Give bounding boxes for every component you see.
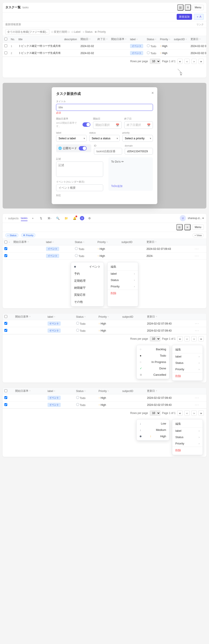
sec2-col-label[interactable]: label ÷ — [44, 239, 73, 246]
sec3-col-status[interactable]: Status ÷ — [74, 314, 97, 320]
nav-sort-icon[interactable]: ⇅ — [38, 215, 44, 221]
sec3-page-last[interactable]: » — [198, 336, 204, 342]
start-base-toggle[interactable] — [83, 122, 90, 127]
start-date-picker[interactable]: 開始日選択 📅 — [93, 121, 122, 129]
sec3-col-label[interactable]: label ÷ — [46, 314, 74, 320]
status-filter[interactable]: ○ Status — [83, 30, 93, 34]
page-prev-btn[interactable]: ‹ — [184, 59, 190, 64]
grid-view-btn[interactable]: ⊞ — [177, 4, 183, 10]
date-range-filter[interactable]: □ 変更行期間 □ — [52, 30, 70, 34]
sec2-col-priority[interactable]: Priority ÷ — [96, 239, 120, 246]
label-submenu-item-other[interactable]: その他 — [71, 298, 104, 306]
status-todo-item[interactable]: ● Todo — [137, 352, 169, 359]
sec3-page-first[interactable]: « — [177, 336, 183, 342]
ctx4-delete-btn[interactable]: 削除 — [172, 447, 203, 454]
menu-btn[interactable]: Menu — [192, 5, 204, 10]
ctx4-status-btn[interactable]: Status › — [172, 434, 203, 440]
col-end[interactable]: 終了日 ÷ — [96, 36, 109, 43]
label-submenu-item-deadline[interactable]: 納期厳守 — [71, 284, 104, 291]
search-input[interactable] — [5, 29, 49, 34]
ctx3-edit-btn[interactable]: 編集 — [172, 346, 203, 353]
view-btn[interactable]: ≈ View — [192, 233, 204, 237]
user-avatar[interactable]: U — [180, 215, 186, 221]
section2-menu-btn[interactable]: Menu — [192, 224, 204, 230]
event-field[interactable] — [56, 184, 103, 191]
context-delete-btn[interactable]: 削除 — [108, 290, 138, 297]
label-filter[interactable]: □ Label — [72, 30, 81, 34]
rows-per-page-select[interactable]: 10 25 50 — [150, 59, 160, 64]
list-btn[interactable]: ≡ — [184, 224, 190, 230]
sec2-row1-checkbox[interactable] — [3, 246, 12, 252]
status-chip[interactable]: ○ Status — [5, 233, 19, 237]
label-submenu-item-reservation[interactable]: 予約 — [71, 270, 104, 277]
sec2-col-status[interactable]: Status ÷ — [73, 239, 96, 246]
row-checkbox-cell[interactable] — [3, 43, 9, 50]
sec3-select-all[interactable] — [5, 315, 7, 318]
ctx4-edit-btn[interactable]: 編集 — [172, 420, 203, 427]
row-2-checkbox[interactable] — [5, 52, 7, 54]
sec2-row1-menu[interactable]: ··· — [193, 246, 206, 252]
col-label[interactable]: label ÷ — [128, 36, 145, 43]
priority-chip[interactable]: ⊕ Priority — [21, 233, 36, 237]
page-last-btn[interactable]: » — [198, 59, 204, 64]
context-edit-btn[interactable]: 編集 — [108, 263, 138, 270]
nav-add-btn[interactable]: + — [30, 215, 36, 221]
public-mode-toggle[interactable] — [79, 146, 87, 150]
domain-field[interactable] — [125, 148, 153, 155]
ctx4-priority-btn[interactable]: Priority › — [172, 440, 203, 447]
page-first-btn[interactable]: « — [177, 59, 183, 64]
ctx4-label-btn[interactable]: label › — [172, 428, 203, 434]
priority-low-item[interactable]: ↓ Low — [137, 420, 169, 427]
nav-folder-icon[interactable]: 📁 — [63, 215, 69, 221]
status-done-item[interactable]: ✓ Done — [137, 365, 169, 372]
status-select[interactable]: Select a status — [89, 135, 120, 142]
status-cancelled-item[interactable]: ⊗ Cancelled — [137, 372, 169, 378]
sec4-page-next[interactable]: › — [191, 410, 197, 416]
priority-high-item[interactable]: ↑ High — [137, 433, 169, 440]
priority-filter[interactable]: ⊕ Priority — [95, 30, 106, 34]
ctx3-priority-btn[interactable]: Priority › — [172, 366, 203, 372]
ctx3-label-btn[interactable]: label › — [172, 353, 203, 360]
sec2-col-updated[interactable]: 更新日 ÷ — [145, 239, 193, 246]
priority-medium-item[interactable]: ↓ Medium — [137, 427, 169, 433]
sec3-page-next[interactable]: › — [191, 336, 197, 342]
sec4-col-updated[interactable]: 更新日 ÷ — [145, 388, 193, 394]
sec2-row2-menu[interactable]: ··· — [193, 252, 206, 260]
nav-tab-tasks[interactable]: tasks — [21, 216, 28, 221]
sec4-page-prev[interactable]: ‹ — [184, 410, 190, 416]
sec3-rows-select[interactable]: 10 — [150, 336, 160, 342]
context-label-btn[interactable]: label › — [108, 270, 138, 277]
todo-add-btn[interactable]: ToDo追加 — [111, 184, 150, 188]
col-updated[interactable]: 更新日 ÷ — [189, 36, 206, 43]
sec2-row2-checkbox[interactable] — [3, 252, 12, 260]
context-priority-btn[interactable]: Priority › — [108, 283, 138, 290]
label-submenu-item-qa[interactable]: 質疑応答 — [71, 291, 104, 298]
col-start[interactable]: 開始日 ÷ — [79, 36, 96, 43]
col-subject-id[interactable]: subjectID ÷ — [172, 36, 189, 43]
col-status[interactable]: Status ÷ — [145, 36, 158, 43]
modal-close-btn[interactable]: × — [151, 91, 154, 95]
sec4-col-label[interactable]: label ÷ — [46, 388, 74, 394]
row-checkbox-cell[interactable] — [3, 50, 9, 57]
new-task-btn[interactable]: 新規追加 — [177, 14, 192, 20]
sec4-col-start-base[interactable]: 開始日基準 ÷ — [14, 388, 46, 394]
sec4-col-status[interactable]: Status ÷ — [74, 388, 97, 394]
context-status-btn[interactable]: Status › — [108, 277, 138, 283]
nav-tab-subjects[interactable]: subjects — [8, 216, 19, 221]
status-inprogress-item[interactable]: ○ In Progress — [137, 359, 169, 365]
sec4-page-first[interactable]: « — [177, 410, 183, 416]
sec3-page-prev[interactable]: ‹ — [184, 336, 190, 342]
ctx3-status-btn[interactable]: Status › — [172, 360, 203, 366]
page-next-btn[interactable]: › — [191, 59, 197, 64]
status-backlog-item[interactable]: ○ Backlog — [137, 346, 169, 352]
sec4-rows-select[interactable]: 10 — [150, 410, 160, 416]
update-label-btn[interactable]: ＋ A — [194, 14, 204, 20]
label-submenu-item-event[interactable]: イベント — [71, 263, 104, 270]
sec4-select-all[interactable] — [5, 389, 7, 392]
col-priority[interactable]: Priority ÷ — [158, 36, 172, 43]
refresh-label[interactable]: 最新情報更新 — [5, 23, 21, 26]
grid-btn[interactable]: ⊞ — [176, 224, 183, 230]
id-field[interactable] — [94, 148, 122, 155]
sec4-col-priority[interactable]: Priority ÷ — [97, 388, 121, 394]
row-1-checkbox[interactable] — [5, 44, 7, 47]
